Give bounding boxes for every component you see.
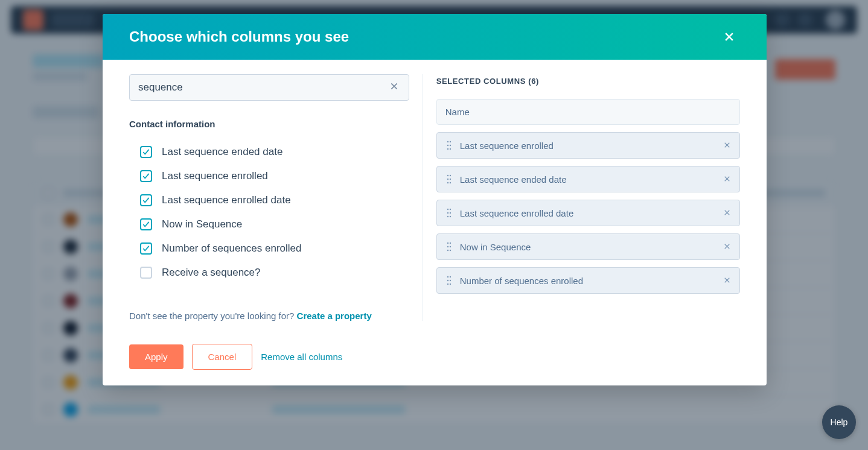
checkbox-checked-icon xyxy=(140,218,152,230)
selected-heading-text: SELECTED COLUMNS xyxy=(436,77,526,86)
drag-handle-icon[interactable] xyxy=(445,140,453,151)
selected-column-item: Name xyxy=(436,99,740,125)
svg-point-21 xyxy=(450,246,451,247)
svg-point-19 xyxy=(450,242,451,244)
helper-text: Don't see the property you're looking fo… xyxy=(129,311,297,321)
close-icon xyxy=(723,31,735,43)
svg-point-25 xyxy=(450,276,451,277)
checkbox-checked-icon xyxy=(140,170,152,182)
helper-line: Don't see the property you're looking fo… xyxy=(129,311,409,321)
property-label: Number of sequences enrolled xyxy=(162,242,302,255)
selected-column-item[interactable]: Last sequence enrolled xyxy=(436,132,740,159)
svg-point-11 xyxy=(450,182,451,183)
selected-columns-pane: SELECTED COLUMNS (6) NameLast sequence e… xyxy=(423,74,740,321)
remove-column-button[interactable] xyxy=(723,208,731,218)
checkbox-checked-icon xyxy=(140,242,152,255)
remove-column-button[interactable] xyxy=(723,276,731,286)
selected-column-label: Name xyxy=(445,107,731,117)
clear-search-button[interactable] xyxy=(387,79,401,96)
selected-column-item[interactable]: Last sequence ended date xyxy=(436,166,740,192)
checkbox-checked-icon xyxy=(140,194,152,206)
svg-point-5 xyxy=(450,148,451,150)
cancel-button[interactable]: Cancel xyxy=(192,344,253,370)
svg-point-8 xyxy=(447,179,448,180)
svg-point-7 xyxy=(450,175,451,176)
svg-point-18 xyxy=(447,242,448,244)
property-label: Last sequence enrolled date xyxy=(162,194,291,206)
create-property-link[interactable]: Create a property xyxy=(297,311,372,321)
remove-column-button[interactable] xyxy=(723,141,731,151)
selected-column-item[interactable]: Number of sequences enrolled xyxy=(436,267,740,294)
drag-handle-icon[interactable] xyxy=(445,174,453,185)
property-label: Now in Sequence xyxy=(162,218,242,230)
svg-point-29 xyxy=(450,284,451,285)
property-checkbox-row[interactable]: Last sequence ended date xyxy=(129,140,400,164)
svg-point-13 xyxy=(450,209,451,210)
selected-column-label: Last sequence ended date xyxy=(460,174,716,185)
close-icon xyxy=(389,81,399,91)
selected-column-label: Last sequence enrolled xyxy=(460,141,716,151)
property-group-title: Contact information xyxy=(129,119,400,129)
svg-point-9 xyxy=(450,179,451,180)
svg-point-15 xyxy=(450,212,451,214)
column-search-input[interactable] xyxy=(138,81,387,93)
property-checkbox-row[interactable]: Now in Sequence xyxy=(129,212,400,236)
svg-point-12 xyxy=(447,209,448,210)
selected-column-label: Now in Sequence xyxy=(460,242,716,252)
selected-column-item[interactable]: Last sequence enrolled date xyxy=(436,200,740,226)
svg-point-1 xyxy=(450,141,451,142)
svg-point-2 xyxy=(447,145,448,146)
property-checkbox-row[interactable]: Last sequence enrolled date xyxy=(129,188,400,212)
selected-column-label: Number of sequences enrolled xyxy=(460,276,716,286)
svg-point-3 xyxy=(450,145,451,146)
svg-point-22 xyxy=(447,250,448,251)
svg-point-28 xyxy=(447,284,448,285)
svg-point-10 xyxy=(447,182,448,183)
modal-header: Choose which columns you see xyxy=(103,14,767,60)
available-columns-pane: Contact information Last sequence ended … xyxy=(129,74,423,321)
property-label: Last sequence enrolled xyxy=(162,170,268,182)
apply-button[interactable]: Apply xyxy=(129,344,183,369)
edit-columns-modal: Choose which columns you see Contact inf… xyxy=(103,14,767,385)
help-fab-label: Help xyxy=(831,417,848,427)
remove-column-button[interactable] xyxy=(723,174,731,185)
svg-point-27 xyxy=(450,280,451,281)
property-checkbox-row[interactable]: Receive a sequence? xyxy=(129,261,400,285)
remove-all-columns-button[interactable]: Remove all columns xyxy=(261,352,342,362)
search-wrap xyxy=(129,74,409,101)
remove-column-button[interactable] xyxy=(723,242,731,252)
checkbox-unchecked-icon xyxy=(140,267,152,279)
svg-point-26 xyxy=(447,280,448,281)
svg-point-4 xyxy=(447,148,448,150)
svg-point-24 xyxy=(447,276,448,277)
help-fab[interactable]: Help xyxy=(822,405,856,439)
drag-handle-icon[interactable] xyxy=(445,275,453,286)
selected-column-item[interactable]: Now in Sequence xyxy=(436,233,740,260)
property-label: Last sequence ended date xyxy=(162,146,282,158)
drag-handle-icon[interactable] xyxy=(445,241,453,252)
close-button[interactable] xyxy=(718,26,740,48)
svg-point-0 xyxy=(447,141,448,142)
svg-point-6 xyxy=(447,175,448,176)
svg-point-17 xyxy=(450,216,451,217)
svg-point-14 xyxy=(447,212,448,214)
modal-title: Choose which columns you see xyxy=(129,28,349,45)
property-checkbox-row[interactable]: Last sequence enrolled xyxy=(129,164,400,188)
selected-columns-heading: SELECTED COLUMNS (6) xyxy=(436,74,740,86)
selected-column-label: Last sequence enrolled date xyxy=(460,208,716,218)
checkbox-checked-icon xyxy=(140,146,152,158)
svg-point-16 xyxy=(447,216,448,217)
modal-footer: Apply Cancel Remove all columns xyxy=(103,333,767,385)
property-list[interactable]: Contact information Last sequence ended … xyxy=(129,119,409,299)
svg-point-20 xyxy=(447,246,448,247)
property-checkbox-row[interactable]: Number of sequences enrolled xyxy=(129,236,400,261)
selected-count: 6 xyxy=(531,77,536,86)
svg-point-23 xyxy=(450,250,451,251)
drag-handle-icon[interactable] xyxy=(445,208,453,218)
property-label: Receive a sequence? xyxy=(162,267,261,279)
modal-body: Contact information Last sequence ended … xyxy=(103,60,767,333)
